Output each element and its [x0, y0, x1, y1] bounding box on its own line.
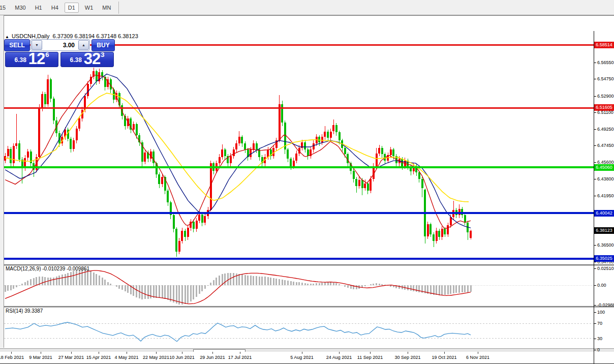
- date-label: 4 May 2021: [114, 355, 138, 360]
- date-tick: [302, 352, 302, 354]
- date-tick: [11, 352, 12, 354]
- date-label: 27 Mar 2021: [58, 355, 84, 360]
- mt4-terminal: 15M30H1H4D1W1MN ▲USDCNH,Daily 6.37309 6.…: [0, 0, 614, 364]
- collapse-icon[interactable]: ▲: [5, 35, 9, 39]
- date-tick: [240, 352, 240, 354]
- chart-title: ▲USDCNH,Daily 6.37309 6.38194 6.37148 6.…: [5, 33, 138, 39]
- timeframe-toolbar: 15M30H1H4D1W1MN: [0, 0, 614, 15]
- price-tick-label: 6.43800: [594, 176, 614, 181]
- date-label: 24 Aug 2021: [326, 355, 352, 360]
- date-tick: [182, 352, 182, 354]
- date-tick: [41, 352, 41, 354]
- price-badge: 6.58514: [594, 42, 614, 48]
- window-left-border: [0, 15, 4, 348]
- date-label: 29 Jun 2021: [200, 355, 225, 360]
- ma-fast-red: [5, 75, 471, 229]
- date-tick: [71, 352, 72, 354]
- date-label: 17 Jul 2021: [228, 355, 252, 360]
- date-tick: [478, 352, 478, 354]
- date-label: 19 Oct 2021: [432, 355, 456, 360]
- spin-up-icon: ▲: [82, 43, 85, 47]
- date-label: 11 Sep 2021: [357, 355, 383, 360]
- chart-ohlc-values: 6.37309 6.38194 6.37148 6.38123: [53, 33, 138, 39]
- macd-axis-label: 0.00: [594, 283, 614, 288]
- volume-increase-button[interactable]: ▲: [78, 40, 89, 50]
- buy-price-box[interactable]: 6.38323: [60, 52, 114, 67]
- price-badge: 6.38123: [594, 227, 614, 234]
- rsi-indicator-pane[interactable]: [0, 307, 614, 351]
- macd-axis-label: 0.02510: [594, 266, 614, 271]
- sell-button[interactable]: SELL: [4, 39, 30, 51]
- toolbar-separator: [118, 2, 119, 14]
- date-label: 9 Mar 2021: [29, 355, 52, 360]
- buy-price-big: 32: [84, 52, 100, 66]
- macd-signal-line: [5, 270, 471, 304]
- rsi-axis-label: 70: [594, 321, 614, 326]
- price-badge: 6.45060: [594, 164, 614, 171]
- rsi-axis-label: 100: [594, 310, 614, 315]
- date-tick: [444, 352, 445, 354]
- buy-price-sup: 3: [101, 51, 104, 58]
- price-tick-label: 6.52900: [594, 94, 614, 99]
- date-label: 6 Nov 2021: [466, 355, 489, 360]
- ma-mid-navy: [5, 74, 471, 228]
- date-label: 18 Feb 2021: [0, 355, 24, 360]
- date-tick: [127, 352, 127, 354]
- spin-down-icon: ▼: [35, 43, 39, 47]
- date-label: 5 Aug 2021: [290, 355, 314, 360]
- rsi-axis-label: 0: [594, 347, 614, 352]
- toolbar-period-h4[interactable]: H4: [48, 3, 62, 13]
- price-axis[interactable]: 6.565506.547506.529006.511006.492506.474…: [594, 31, 614, 363]
- rsi-splitter[interactable]: [0, 306, 614, 308]
- rsi-label: RSI(14) 39.3387: [6, 308, 43, 314]
- price-tick-label: 6.47450: [594, 143, 614, 148]
- chart-symbol-period: USDCNH,Daily: [12, 33, 50, 39]
- toolbar-period-w1[interactable]: W1: [82, 3, 97, 13]
- macd-label: MACD(12,26,9) -0.010239 -0.009861: [6, 266, 89, 271]
- macd-axis-label: -0.02988: [594, 302, 614, 308]
- date-tick: [339, 352, 340, 354]
- sell-price-prefix: 6.38: [14, 56, 26, 64]
- toolbar-period-mn[interactable]: MN: [99, 3, 114, 13]
- date-label: 15 Apr 2021: [86, 355, 111, 360]
- rsi-axis-label: 30: [594, 336, 614, 341]
- date-tick: [370, 352, 371, 354]
- sell-price-big: 12: [28, 52, 45, 66]
- date-axis[interactable]: 18 Feb 20219 Mar 202127 Mar 202115 Apr 2…: [0, 352, 614, 364]
- volume-field[interactable]: 3.00: [42, 42, 78, 49]
- volume-stepper: ▼ 3.00 ▲: [30, 39, 90, 51]
- price-tick-label: 6.41950: [594, 193, 614, 198]
- one-click-trading-panel: SELL ▼ 3.00 ▲ BUY 6.38126 6.38323: [4, 39, 114, 67]
- sell-price-box[interactable]: 6.38126: [5, 52, 58, 67]
- price-badge: 6.40042: [594, 210, 614, 217]
- chart-window[interactable]: ▲USDCNH,Daily 6.37309 6.38194 6.37148 6.…: [0, 15, 614, 349]
- volume-decrease-button[interactable]: ▼: [32, 40, 42, 50]
- sell-price-sup: 6: [45, 51, 49, 58]
- toolbar-period-h1[interactable]: H1: [32, 3, 45, 13]
- toolbar-period-15[interactable]: 15: [0, 3, 9, 13]
- date-label: 10 Jun 2021: [169, 355, 195, 360]
- date-tick: [408, 352, 408, 354]
- price-tick-label: 6.36500: [594, 242, 614, 248]
- macd-splitter[interactable]: [0, 264, 614, 266]
- buy-price-prefix: 6.38: [70, 56, 81, 64]
- toolbar-period-d1[interactable]: D1: [65, 3, 79, 13]
- date-tick: [156, 352, 157, 354]
- date-label: 30 Sep 2021: [394, 355, 420, 360]
- date-tick: [99, 352, 99, 354]
- price-badge: 6.35025: [594, 255, 614, 262]
- macd-indicator-pane[interactable]: [0, 265, 614, 306]
- date-tick: [212, 352, 213, 354]
- toolbar-period-m30[interactable]: M30: [12, 3, 28, 13]
- price-badge: 6.51605: [594, 104, 614, 111]
- price-tick-label: 6.54750: [594, 76, 614, 81]
- price-tick-label: 6.56550: [594, 60, 614, 65]
- price-tick-label: 6.49250: [594, 127, 614, 132]
- date-label: 22 May 2021: [143, 355, 169, 360]
